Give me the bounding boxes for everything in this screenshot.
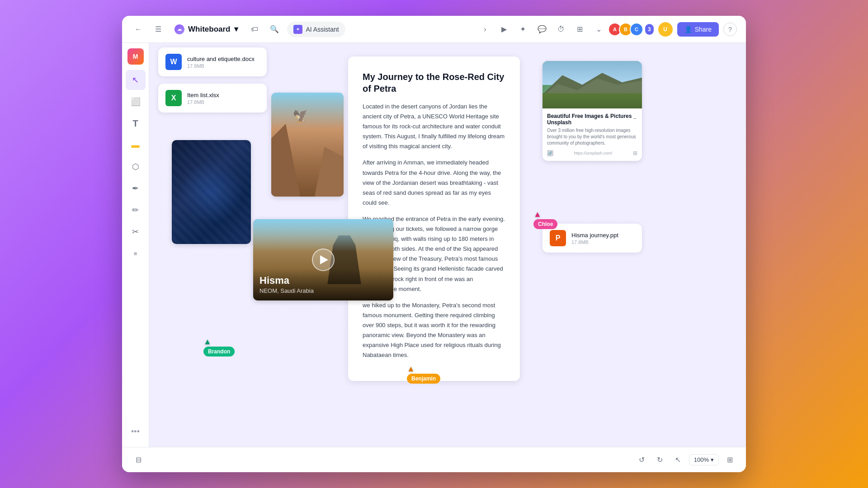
video-overlay: Hisma NEOM, Saudi Arabia xyxy=(253,268,393,300)
timer-button[interactable]: ⏱ xyxy=(554,22,568,37)
video-location-title: Hisma xyxy=(259,275,387,286)
article-body-4: we hiked up to the Monastery, Petra's se… xyxy=(363,300,505,361)
cloud-icon: ☁ xyxy=(175,24,184,34)
left-sidebar: M ↖ ⬜ T ▬ ⬡ ✒ ✏ ✂ xyxy=(122,43,149,447)
ai-assistant-label: AI Assistant xyxy=(306,26,339,33)
brush-icon: ✏ xyxy=(132,205,139,215)
chloe-cursor-label: Chloe xyxy=(533,219,557,229)
back-button[interactable]: ← xyxy=(131,22,146,37)
chat-icon: 💬 xyxy=(538,25,547,33)
sparkle-button[interactable]: ✦ xyxy=(516,22,530,37)
link-preview-body: Beautiful Free Images & Pictures _ Unspl… xyxy=(542,108,642,161)
brandon-cursor: ▲ Brandon xyxy=(203,338,235,357)
pen-tool-btn[interactable]: ✒ xyxy=(126,178,146,198)
more-tools-button[interactable]: ••• xyxy=(126,422,146,441)
back-icon: ← xyxy=(135,25,142,33)
table-button[interactable]: ⊞ xyxy=(573,22,587,37)
link-expand-icon[interactable]: ⊞ xyxy=(633,150,637,156)
sparkle-icon: ✦ xyxy=(520,25,526,33)
search-button[interactable]: 🔍 xyxy=(267,22,282,37)
article-body-2: After arriving in Amman, we immediately … xyxy=(363,158,505,207)
dropdown-arrow-icon: ▾ xyxy=(234,24,238,34)
brandon-cursor-label: Brandon xyxy=(203,347,235,357)
ai-assistant-button[interactable]: ✦ AI Assistant xyxy=(287,22,345,37)
chat-button[interactable]: 💬 xyxy=(535,22,549,37)
select-tool-btn[interactable]: ↖ xyxy=(126,70,146,90)
bottom-right: ↺ ↻ ↖ 100% ▾ ⊞ xyxy=(635,453,737,467)
link-preview-description: Over 3 million free high-resolution imag… xyxy=(547,127,637,146)
top-bar-left: ← ☰ ☁ Whiteboard ▾ 🏷 🔍 ✦ AI Assistant xyxy=(131,22,472,37)
brush-tool-btn[interactable]: ✏ xyxy=(126,200,146,220)
frame-icon: ⬜ xyxy=(131,97,141,107)
benjamin-cursor: ▲ Benjamin xyxy=(407,365,440,384)
shape-tool-btn[interactable]: ⬡ xyxy=(126,157,146,177)
article-title: My Journey to the Rose-Red City of Petra xyxy=(363,71,505,94)
play-button-video[interactable] xyxy=(312,249,335,271)
redo-icon: ↻ xyxy=(657,455,663,464)
forward-icon: › xyxy=(484,25,486,33)
help-button[interactable]: ? xyxy=(723,23,737,36)
video-block[interactable]: Hisma NEOM, Saudi Arabia xyxy=(253,219,393,300)
zoom-dropdown-icon: ▾ xyxy=(711,456,714,463)
text-tool-btn[interactable]: T xyxy=(126,113,146,133)
select-icon: ↖ xyxy=(132,75,139,85)
play-button[interactable]: ▶ xyxy=(497,22,511,37)
text-icon: T xyxy=(132,118,138,129)
cursor-mode-icon: ↖ xyxy=(675,455,681,464)
benjamin-cursor-label: Benjamin xyxy=(407,374,440,384)
forward-nav-button[interactable]: › xyxy=(478,22,492,37)
scissors-icon: ✂ xyxy=(132,227,139,237)
ai-icon: ✦ xyxy=(293,25,302,34)
menu-button[interactable]: ☰ xyxy=(151,22,165,37)
link-url: https://unsplash.com/ xyxy=(574,151,612,155)
redo-button[interactable]: ↻ xyxy=(653,453,667,467)
ppt-file-size: 17.8MB xyxy=(571,239,635,245)
list-tool-btn[interactable]: ≡ xyxy=(126,244,146,263)
share-button[interactable]: 👤 Share xyxy=(677,22,719,37)
zoom-level: 100% xyxy=(694,456,709,463)
pen-icon: ✒ xyxy=(132,183,139,193)
frame-tool-btn[interactable]: ⬜ xyxy=(126,92,146,112)
excel-file-card[interactable]: X Item list.xlsx 17.8MB xyxy=(158,84,267,113)
article-body-1: Located in the desert canyons of Jordan … xyxy=(363,102,505,151)
canvas[interactable]: W culture and etiquette.docx 17.8MB X It… xyxy=(149,43,746,447)
list-icon: ≡ xyxy=(134,250,137,257)
excel-file-name: Item list.xlsx xyxy=(187,92,259,99)
word-file-card[interactable]: W culture and etiquette.docx 17.8MB xyxy=(158,47,267,76)
play-triangle-icon xyxy=(320,255,328,264)
minimap-button[interactable]: ⊞ xyxy=(722,453,737,467)
link-preview-image xyxy=(542,61,642,108)
swirl-image[interactable] xyxy=(172,140,251,244)
word-file-size: 17.8MB xyxy=(187,63,259,69)
more-toolbar-button[interactable]: ⌄ xyxy=(592,22,606,37)
undo-button[interactable]: ↺ xyxy=(635,453,649,467)
whiteboard-title-btn[interactable]: ☁ Whiteboard ▾ xyxy=(171,23,242,36)
cursor-mode-button[interactable]: ↖ xyxy=(671,453,685,467)
link-preview-card[interactable]: Beautiful Free Images & Pictures _ Unspl… xyxy=(542,61,642,161)
desert-top-image[interactable]: 🦅 xyxy=(271,93,344,197)
help-icon: ? xyxy=(728,26,732,33)
screen-share-button[interactable]: ⊟ xyxy=(131,453,146,467)
table-icon: ⊞ xyxy=(577,25,583,33)
avatar-count-badge: 3 xyxy=(645,24,654,35)
zoom-selector[interactable]: 100% ▾ xyxy=(689,454,719,465)
link-favicon: 🔗 xyxy=(547,150,553,156)
link-preview-footer: 🔗 https://unsplash.com/ ⊞ xyxy=(547,150,637,156)
ppt-file-info: Hisma journey.ppt 17.8MB xyxy=(571,232,635,245)
scissors-tool-btn[interactable]: ✂ xyxy=(126,222,146,242)
tag-button[interactable]: 🏷 xyxy=(247,22,262,37)
bottom-left: ⊟ xyxy=(131,453,146,467)
word-file-name: culture and etiquette.docx xyxy=(187,56,259,62)
collaborators-avatars: A B C 3 xyxy=(611,23,654,36)
ppt-file-icon: P xyxy=(550,230,566,246)
sticky-tool-btn[interactable]: ▬ xyxy=(126,135,146,155)
minimap-icon: ⊞ xyxy=(727,455,733,464)
link-preview-title: Beautiful Free Images & Pictures _ Unspl… xyxy=(547,113,637,126)
chloe-cursor-arrow: ▲ xyxy=(533,210,542,218)
app-window: ← ☰ ☁ Whiteboard ▾ 🏷 🔍 ✦ AI Assistant xyxy=(122,16,746,472)
tag-icon: 🏷 xyxy=(251,25,258,33)
shape-icon: ⬡ xyxy=(132,162,139,172)
current-user-avatar[interactable]: U xyxy=(658,22,673,37)
timer-icon: ⏱ xyxy=(557,25,565,33)
top-bar: ← ☰ ☁ Whiteboard ▾ 🏷 🔍 ✦ AI Assistant xyxy=(122,16,746,43)
